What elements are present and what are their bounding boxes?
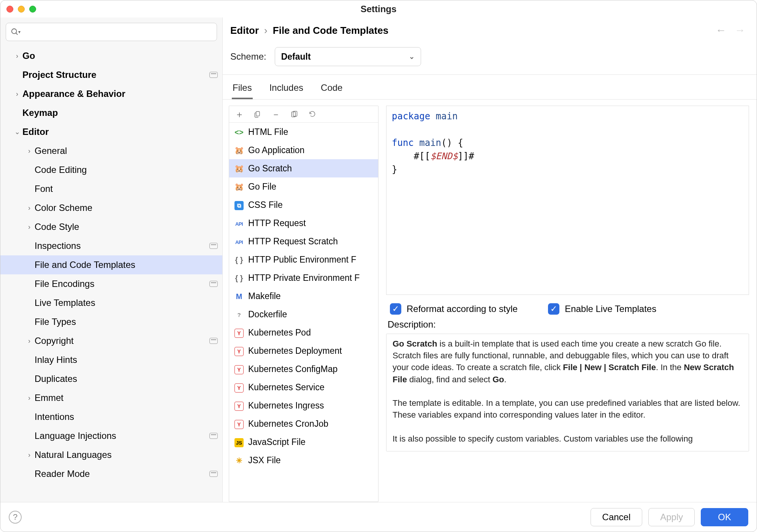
scheme-label: Scheme: [230,51,266,62]
tab-code[interactable]: Code [320,80,343,99]
zoom-window-button[interactable] [29,6,36,13]
template-item-go-file[interactable]: 🐹Go File [229,177,378,196]
cancel-button[interactable]: Cancel [591,508,643,526]
project-level-badge-icon [209,471,218,477]
sidebar-item-emmet[interactable]: ›Emmet [0,388,222,407]
sidebar-item-file-and-code-templates[interactable]: ›File and Code Templates [0,255,222,274]
template-item-http-request-scratch[interactable]: APIHTTP Request Scratch [229,232,378,250]
template-item-go-scratch[interactable]: 🐹Go Scratch [229,159,378,177]
description-paragraph-2: The template is editable. In a template,… [393,397,743,421]
template-toolbar: ＋ － [229,106,378,123]
template-item-html-file[interactable]: <>HTML File [229,123,378,141]
add-template-button[interactable]: ＋ [235,110,244,119]
template-item-javascript-file[interactable]: JSJavaScript File [229,433,378,451]
template-item-kubernetes-cronjob[interactable]: YKubernetes CronJob [229,415,378,433]
sidebar-item-inlay-hints[interactable]: ›Inlay Hints [0,350,222,369]
breadcrumb: Editor › File and Code Templates [230,25,716,36]
sidebar-item-editor[interactable]: ⌄Editor [0,122,222,141]
sidebar-item-font[interactable]: ›Font [0,179,222,198]
breadcrumb-parent[interactable]: Editor [230,25,259,36]
sidebar-item-reader-mode[interactable]: ›Reader Mode [0,464,222,483]
sidebar-item-inspections[interactable]: ›Inspections [0,236,222,255]
svg-point-0 [12,29,17,34]
remove-template-button[interactable]: － [272,110,280,119]
nav-forward-button[interactable]: → [735,24,745,36]
svg-line-1 [16,33,18,35]
sidebar-item-appearance-behavior[interactable]: ›Appearance & Behavior [0,84,222,103]
braces-file-icon: { } [234,273,244,283]
svg-rect-2 [256,111,260,116]
chevron-right-icon: › [24,204,35,212]
template-item-kubernetes-configmap[interactable]: YKubernetes ConfigMap [229,360,378,378]
sidebar-item-file-encodings[interactable]: ›File Encodings [0,274,222,293]
scheme-select[interactable]: Default ⌄ [275,47,421,66]
apply-button[interactable]: Apply [648,508,695,526]
template-code-editor[interactable]: package main func main() { #[[$END$]]# } [386,106,749,295]
sidebar-item-label: Live Templates [35,298,218,308]
ok-button[interactable]: OK [701,508,748,526]
template-item-go-application[interactable]: 🐹Go Application [229,141,378,159]
sidebar-item-keymap[interactable]: ›Keymap [0,103,222,122]
revert-button[interactable] [308,110,317,119]
sidebar-item-language-injections[interactable]: ›Language Injections [0,426,222,445]
sidebar-item-label: Duplicates [35,374,218,384]
search-options-dropdown-icon[interactable]: ▾ [18,29,21,35]
sidebar-item-intentions[interactable]: ›Intentions [0,407,222,426]
sidebar-item-label: Code Editing [35,165,218,175]
chevron-right-icon: › [264,25,268,36]
template-item-http-request[interactable]: APIHTTP Request [229,214,378,232]
sidebar-item-label: Inlay Hints [35,355,218,365]
copy-to-button[interactable] [290,110,298,119]
template-item-label: Kubernetes Pod [248,328,311,338]
tab-includes[interactable]: Includes [269,80,304,99]
settings-search-input[interactable]: ▾ [6,23,217,41]
template-item-label: Dockerfile [248,309,287,320]
sidebar-item-live-templates[interactable]: ›Live Templates [0,293,222,312]
template-item-kubernetes-ingress[interactable]: YKubernetes Ingress [229,396,378,415]
sidebar-item-file-types[interactable]: ›File Types [0,312,222,331]
make-file-icon: M [234,291,244,301]
settings-tree[interactable]: ›Go›Project Structure›Appearance & Behav… [0,46,222,502]
search-icon [11,28,19,36]
sidebar-item-label: Font [35,184,218,194]
template-item-css-file[interactable]: ⧉CSS File [229,196,378,214]
sidebar-item-label: Editor [22,127,218,137]
sidebar-item-code-style[interactable]: ›Code Style [0,217,222,236]
template-item-jsx-file[interactable]: ✳JSX File [229,451,378,469]
sidebar-item-project-structure[interactable]: ›Project Structure [0,65,222,84]
template-item-kubernetes-service[interactable]: YKubernetes Service [229,378,378,396]
nav-back-button[interactable]: ← [716,24,726,36]
copy-template-button[interactable] [253,110,262,119]
close-window-button[interactable] [6,6,13,13]
template-item-http-private-environment-f[interactable]: { }HTTP Private Environment F [229,269,378,287]
help-button[interactable]: ? [9,511,22,524]
sidebar-item-natural-languages[interactable]: ›Natural Languages [0,445,222,464]
template-item-http-public-environment-f[interactable]: { }HTTP Public Environment F [229,250,378,269]
template-list[interactable]: <>HTML File🐹Go Application🐹Go Scratch🐹Go… [229,123,378,502]
chevron-right-icon: › [24,451,35,459]
template-item-kubernetes-deployment[interactable]: YKubernetes Deployment [229,342,378,360]
chevron-right-icon: › [24,147,35,155]
sidebar-item-go[interactable]: ›Go [0,46,222,65]
template-item-makefile[interactable]: MMakefile [229,287,378,305]
enable-live-templates-checkbox[interactable]: ✓ Enable Live Templates [548,303,656,315]
sidebar-item-copyright[interactable]: ›Copyright [0,331,222,350]
sidebar-item-code-editing[interactable]: ›Code Editing [0,160,222,179]
tab-files[interactable]: Files [232,80,253,99]
sidebar-item-label: General [35,146,218,156]
reformat-checkbox[interactable]: ✓ Reformat according to style [390,303,518,315]
sidebar-item-label: Copyright [35,336,209,346]
minimize-window-button[interactable] [18,6,25,13]
project-level-badge-icon [209,243,218,249]
sidebar-item-general[interactable]: ›General [0,141,222,160]
template-item-dockerfile[interactable]: ?Dockerfile [229,305,378,323]
sidebar-item-label: Inspections [35,241,209,251]
jsx-file-icon: ✳ [234,455,244,466]
sidebar-item-duplicates[interactable]: ›Duplicates [0,369,222,388]
description-box[interactable]: Go Scratch is a built-in template that i… [386,334,749,451]
template-item-label: Kubernetes ConfigMap [248,364,337,374]
sidebar-item-color-scheme[interactable]: ›Color Scheme [0,198,222,217]
yaml-file-icon: Y [234,382,244,393]
template-item-kubernetes-pod[interactable]: YKubernetes Pod [229,323,378,342]
project-level-badge-icon [209,281,218,287]
